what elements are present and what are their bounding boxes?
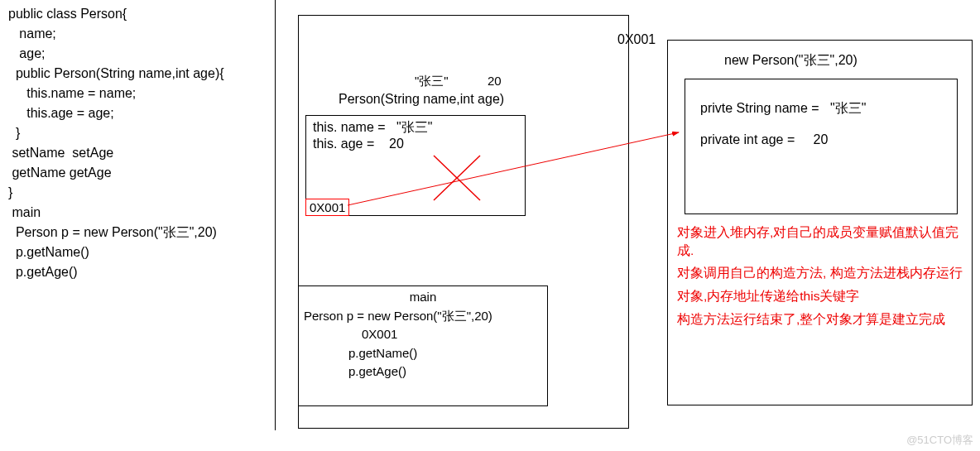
note-line: 构造方法运行结束了,整个对象才算是建立完成 <box>677 310 970 329</box>
arg-label: "张三" <box>415 74 449 89</box>
code-line: public class Person{ <box>8 4 265 24</box>
code-line: } <box>8 183 265 203</box>
code-line: age; <box>8 44 265 64</box>
constructor-stack-frame: this. name = "张三" this. age = 20 0X001 <box>305 115 526 216</box>
frame-line: this. age = 20 <box>313 137 518 151</box>
watermark: @51CTO博客 <box>906 433 973 448</box>
code-line: } <box>8 123 265 143</box>
frame-line: this. name = "张三" <box>313 119 518 137</box>
note-line: 对象进入堆内存,对自己的成员变量赋值默认值完成. <box>677 223 970 259</box>
code-line: main <box>8 203 265 223</box>
frame-line: p.getName() <box>304 344 542 363</box>
code-line: Person p = new Person("张三",20) <box>8 223 265 242</box>
heap-address-label: 0X001 <box>617 32 656 47</box>
code-line: getName getAge <box>8 163 265 183</box>
note-line: 对象,内存地址传递给this关键字 <box>677 287 970 305</box>
main-header: main <box>304 288 542 307</box>
code-line: public Person(String name,int age){ <box>8 64 265 84</box>
frame-line: Person p = new Person("张三",20) <box>304 307 542 326</box>
code-line: p.getName() <box>8 242 265 262</box>
heap-object-box: privte String name = "张三" private int ag… <box>685 79 958 214</box>
this-address-box: 0X001 <box>305 199 349 216</box>
explanation-notes: 对象进入堆内存,对自己的成员变量赋值默认值完成. 对象调用自己的构造方法, 构造… <box>677 223 970 333</box>
code-line: name; <box>8 24 265 44</box>
stack-memory-region: "张三" 20 Person(String name,int age) this… <box>298 15 629 429</box>
field-line: private int age = 20 <box>700 124 942 156</box>
cross-icon <box>430 152 488 207</box>
source-code-panel: public class Person{ name; age; public P… <box>8 4 265 282</box>
field-line: privte String name = "张三" <box>700 93 942 124</box>
code-line: this.age = age; <box>8 103 265 123</box>
frame-line: 0X001 <box>304 325 542 344</box>
note-line: 对象调用自己的构造方法, 构造方法进栈内存运行 <box>677 264 970 282</box>
code-line: setName setAge <box>8 143 265 163</box>
heap-memory-region: new Person("张三",20) privte String name =… <box>667 40 973 405</box>
vertical-divider <box>275 0 276 430</box>
frame-line: p.getAge() <box>304 362 542 381</box>
code-line: this.name = name; <box>8 84 265 103</box>
constructor-header: Person(String name,int age) <box>339 92 504 107</box>
new-expression: new Person("张三",20) <box>724 52 858 70</box>
code-line: p.getAge() <box>8 262 265 282</box>
main-stack-frame: main Person p = new Person("张三",20) 0X00… <box>298 285 548 406</box>
arg-label: 20 <box>488 74 502 88</box>
